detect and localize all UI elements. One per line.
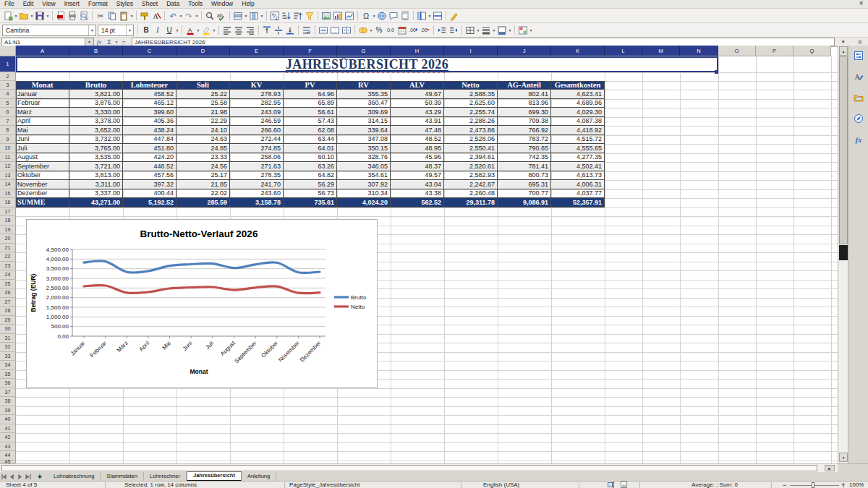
cell-I11[interactable]: 2,394.61 — [444, 153, 498, 163]
cell-K15[interactable]: 4,037.77 — [551, 189, 605, 199]
indentinc-icon[interactable] — [436, 25, 448, 36]
column-header-o[interactable]: O — [718, 46, 756, 56]
cell-H8[interactable]: 47.48 — [391, 126, 444, 135]
menu-item-format[interactable]: Format — [84, 0, 112, 8]
row-header-17[interactable]: 17 — [0, 207, 16, 217]
cell-J7[interactable]: 709.38 — [498, 117, 551, 127]
cell-K16[interactable]: 52,357.91 — [551, 198, 605, 207]
row-header-35[interactable]: 35 — [0, 370, 16, 380]
cell-K12[interactable]: 4,502.41 — [551, 162, 605, 171]
cell-H6[interactable]: 43.29 — [391, 108, 444, 117]
row-header-11[interactable]: 11 — [0, 153, 16, 163]
cell-A4[interactable]: Januar — [16, 90, 69, 99]
cell-I6[interactable]: 2,255.74 — [444, 108, 498, 117]
row-header-21[interactable]: 21 — [0, 244, 16, 253]
zoom-out-icon[interactable]: − — [783, 481, 786, 488]
cell-D4[interactable]: 25.22 — [176, 90, 230, 99]
cell-K4[interactable]: 4,623.41 — [551, 90, 605, 99]
bstyle-icon[interactable] — [480, 25, 492, 36]
sidebar-functions-icon[interactable]: fx — [852, 133, 865, 146]
last-sheet-icon[interactable] — [24, 473, 32, 480]
cell-A8[interactable]: Mai — [16, 126, 69, 135]
cell-I12[interactable]: 2,520.61 — [444, 162, 498, 171]
wrap-icon[interactable] — [301, 25, 312, 36]
row-header-42[interactable]: 42 — [0, 433, 16, 442]
cell-D12[interactable]: 24.56 — [176, 162, 230, 171]
currency-icon[interactable] — [357, 25, 369, 36]
alignc-icon[interactable] — [233, 25, 244, 36]
cell-C11[interactable]: 424.20 — [123, 153, 176, 163]
cell-B7[interactable]: 3,378.00 — [69, 117, 123, 127]
cell-A13[interactable]: Oktober — [16, 171, 69, 181]
scroll-up-icon[interactable]: ▲ — [839, 46, 848, 56]
vscroll-splitter[interactable] — [839, 245, 848, 260]
cell-H12[interactable]: 48.37 — [391, 162, 444, 171]
cell-I14[interactable]: 2,242.87 — [444, 180, 498, 189]
cell-A9[interactable]: Juni — [16, 135, 69, 145]
cell-B10[interactable]: 3,765.00 — [69, 144, 123, 153]
redo-icon[interactable]: ↷ — [183, 10, 195, 22]
row-header-22[interactable]: 22 — [0, 252, 16, 262]
cell-F8[interactable]: 62.08 — [284, 126, 337, 135]
cell-C4[interactable]: 458.52 — [123, 90, 176, 99]
cell-J6[interactable]: 699.30 — [498, 108, 551, 117]
cell-D6[interactable]: 21.98 — [176, 108, 230, 117]
menu-item-sheet[interactable]: Sheet — [137, 0, 162, 8]
vtop-icon[interactable] — [261, 25, 273, 36]
cell-A16[interactable]: SUMME — [16, 198, 69, 207]
cell-D16[interactable]: 285.59 — [176, 198, 230, 207]
select-function-icon[interactable]: Σ — [104, 38, 114, 46]
column-header-g[interactable]: G — [337, 46, 391, 56]
hscroll-thumb[interactable] — [1, 465, 817, 471]
cell-H4[interactable]: 49.67 — [391, 90, 444, 99]
row-header-13[interactable]: 13 — [0, 171, 16, 181]
save-icon[interactable] — [34, 10, 46, 22]
cell-A6[interactable]: März — [16, 108, 69, 117]
copy-icon[interactable] — [106, 10, 118, 22]
scroll-down-icon[interactable]: ▼ — [839, 453, 848, 462]
sortdesc-icon[interactable] — [292, 10, 304, 22]
horizontal-scrollbar[interactable]: ▶ — [0, 463, 838, 472]
condfmt-icon[interactable] — [517, 25, 529, 36]
cell-A10[interactable]: Juli — [16, 144, 69, 153]
cell-H16[interactable]: 562.52 — [391, 198, 444, 207]
cell-F11[interactable]: 60.10 — [284, 153, 337, 163]
cell-K7[interactable]: 4,087.38 — [551, 117, 605, 127]
table-header-brutto[interactable]: Brutto — [69, 81, 123, 90]
rows-icon[interactable] — [232, 10, 244, 22]
menu-item-help[interactable]: Help — [237, 0, 258, 8]
cell-D11[interactable]: 23.33 — [176, 153, 230, 163]
cell-F6[interactable]: 56.61 — [284, 108, 337, 117]
sidebar-styles-icon[interactable]: A — [852, 70, 865, 83]
cell-E12[interactable]: 271.63 — [230, 162, 284, 171]
cell-B14[interactable]: 3,311.00 — [69, 180, 123, 189]
find-icon[interactable] — [204, 10, 216, 22]
row-header-3[interactable]: 3 — [0, 81, 16, 90]
bcolor-icon[interactable] — [496, 25, 508, 36]
row-header-14[interactable]: 14 — [0, 180, 16, 189]
menu-item-file[interactable]: File — [0, 0, 19, 8]
formula-icon[interactable]: = — [119, 38, 129, 46]
paste-icon[interactable] — [118, 10, 129, 22]
cell-E8[interactable]: 266.60 — [230, 126, 284, 135]
cell-E16[interactable]: 3,158.78 — [230, 198, 284, 207]
cell-I9[interactable]: 2,528.06 — [444, 135, 498, 145]
row-header-4[interactable]: 4 — [0, 90, 16, 99]
cell-G13[interactable]: 354.61 — [337, 171, 391, 181]
chevron-down-icon[interactable]: ▼ — [88, 25, 94, 35]
row-header-43[interactable]: 43 — [0, 442, 16, 452]
cell-H14[interactable]: 43.04 — [391, 180, 444, 189]
cell-I4[interactable]: 2,588.35 — [444, 90, 498, 99]
unmerge-icon[interactable] — [341, 25, 352, 36]
sidebar-properties-icon[interactable] — [852, 49, 865, 62]
first-sheet-icon[interactable] — [0, 473, 8, 480]
row-header-30[interactable]: 30 — [0, 325, 16, 334]
sheet-tab-lohnrechner[interactable]: Lohnrechner — [144, 472, 187, 481]
table-header-alv[interactable]: ALV — [391, 81, 444, 90]
cell-C14[interactable]: 397.32 — [123, 180, 176, 189]
column-header-l[interactable]: L — [605, 46, 642, 56]
cell-E10[interactable]: 274.85 — [230, 144, 284, 153]
cell-K6[interactable]: 4,029.30 — [551, 108, 605, 117]
cell-G16[interactable]: 4,024.20 — [337, 198, 391, 207]
close-document-icon[interactable]: ✕ — [859, 0, 864, 7]
